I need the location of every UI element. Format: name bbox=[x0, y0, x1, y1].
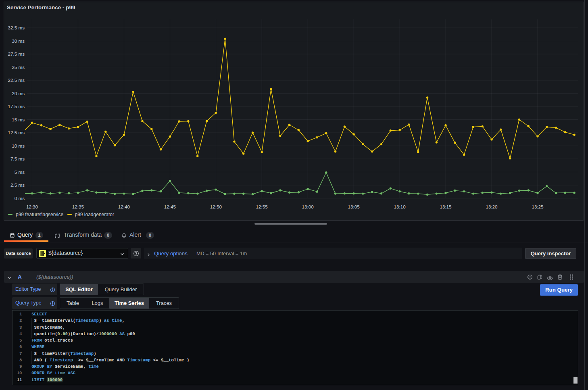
svg-text:13:05: 13:05 bbox=[348, 204, 360, 209]
svg-text:2.5 ms: 2.5 ms bbox=[10, 182, 25, 188]
svg-text:27.5 ms: 27.5 ms bbox=[8, 51, 25, 56]
svg-text:30 ms: 30 ms bbox=[12, 38, 25, 44]
svg-text:12:50: 12:50 bbox=[210, 204, 222, 209]
svg-text:5 ms: 5 ms bbox=[15, 169, 25, 175]
svg-text:13:00: 13:00 bbox=[302, 204, 314, 209]
svg-text:12:45: 12:45 bbox=[164, 204, 176, 209]
svg-text:0 ms: 0 ms bbox=[15, 196, 25, 201]
svg-text:7.5 ms: 7.5 ms bbox=[10, 156, 25, 161]
svg-text:22.5 ms: 22.5 ms bbox=[8, 77, 25, 83]
svg-text:13:20: 13:20 bbox=[486, 204, 498, 209]
svg-text:12:30: 12:30 bbox=[26, 204, 38, 209]
svg-text:12:40: 12:40 bbox=[118, 204, 130, 209]
svg-text:13:25: 13:25 bbox=[532, 204, 544, 209]
svg-text:20 ms: 20 ms bbox=[12, 91, 25, 96]
svg-text:13:15: 13:15 bbox=[440, 204, 452, 209]
svg-text:15 ms: 15 ms bbox=[12, 117, 25, 122]
svg-text:13:10: 13:10 bbox=[394, 204, 406, 209]
svg-text:10 ms: 10 ms bbox=[12, 143, 25, 148]
svg-text:12.5 ms: 12.5 ms bbox=[8, 130, 25, 135]
svg-text:17.5 ms: 17.5 ms bbox=[8, 104, 25, 109]
svg-text:12:55: 12:55 bbox=[256, 204, 268, 209]
svg-text:12:35: 12:35 bbox=[72, 204, 84, 209]
svg-text:25 ms: 25 ms bbox=[12, 65, 25, 70]
svg-text:32.5 ms: 32.5 ms bbox=[8, 25, 25, 30]
